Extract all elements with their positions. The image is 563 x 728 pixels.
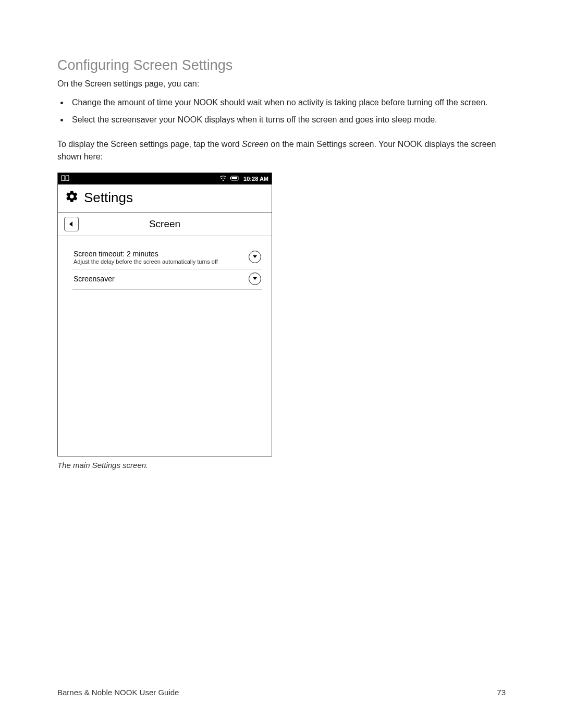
item-primary-label: Screen timeout: 2 minutes	[74, 250, 218, 258]
intro-text: On the Screen settings page, you can:	[57, 78, 506, 90]
settings-item-screen-timeout[interactable]: Screen timeout: 2 minutes Adjust the del…	[72, 246, 262, 269]
expand-button[interactable]	[249, 273, 261, 285]
clock-label: 10:28 AM	[243, 176, 268, 182]
item-primary-label: Screensaver	[74, 275, 115, 283]
screen-row: Screen	[58, 213, 272, 236]
instruction-pre: To display the Screen settings page, tap…	[57, 140, 242, 149]
bullet-item: Change the amount of time your NOOK shou…	[69, 96, 506, 109]
footer-left: Barnes & Noble NOOK User Guide	[57, 688, 179, 697]
settings-title: Settings	[84, 190, 133, 206]
instruction-text: To display the Screen settings page, tap…	[57, 138, 506, 163]
section-heading: Configuring Screen Settings	[57, 57, 506, 73]
page-footer: Barnes & Noble NOOK User Guide 73	[57, 688, 506, 697]
figure-caption: The main Settings screen.	[57, 461, 506, 470]
item-labels: Screen timeout: 2 minutes Adjust the del…	[74, 250, 218, 265]
chevron-down-icon	[252, 255, 258, 259]
document-page: Configuring Screen Settings On the Scree…	[0, 0, 563, 728]
device-screenshot: 10:28 AM Settings Screen Screen tim	[57, 172, 272, 456]
svg-point-0	[223, 179, 224, 180]
svg-rect-3	[232, 177, 237, 179]
item-labels: Screensaver	[74, 275, 115, 283]
chevron-down-icon	[252, 277, 258, 281]
screen-title: Screen	[58, 218, 272, 230]
instruction-emphasis: Screen	[242, 140, 268, 149]
status-right: 10:28 AM	[219, 175, 268, 182]
item-secondary-label: Adjust the delay before the screen autom…	[74, 258, 218, 265]
settings-body: Screen timeout: 2 minutes Adjust the del…	[58, 236, 272, 290]
settings-item-screensaver[interactable]: Screensaver	[72, 269, 262, 290]
settings-header: Settings	[58, 184, 272, 213]
page-number: 73	[497, 688, 506, 697]
svg-rect-2	[230, 177, 231, 179]
bullet-item: Select the screensaver your NOOK display…	[69, 114, 506, 127]
bullet-list: Change the amount of time your NOOK shou…	[69, 96, 506, 131]
expand-button[interactable]	[249, 251, 261, 263]
wifi-icon	[219, 175, 227, 182]
battery-icon	[230, 176, 240, 182]
gear-icon	[65, 190, 79, 205]
status-bar: 10:28 AM	[58, 173, 272, 184]
book-icon	[61, 175, 69, 182]
